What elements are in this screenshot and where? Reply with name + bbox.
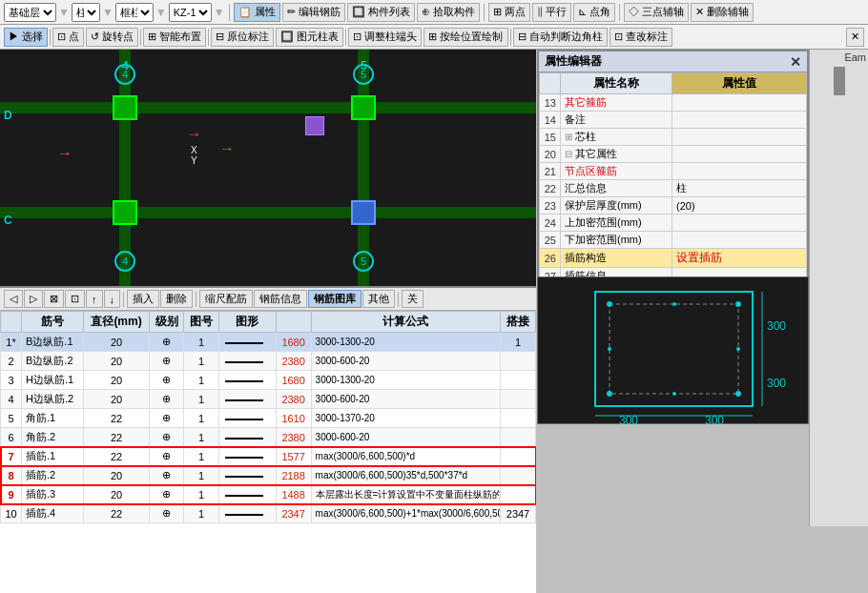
prop-name-cell[interactable]: 下加密范围(mm) (561, 232, 672, 249)
formula-cell[interactable]: max(3000/6,600,500)+1*max(3000/6,600,500… (311, 504, 500, 523)
prop-value-cell[interactable] (672, 163, 807, 180)
lap-cell[interactable] (501, 485, 536, 504)
attr-btn[interactable]: 📋 📋 属性属性 (234, 3, 280, 22)
grade-cell[interactable]: ⊕ (149, 428, 183, 447)
prop-name-cell[interactable]: 其它箍筋 (561, 94, 672, 112)
table-row[interactable]: 1* B边纵筋.1 20 ⊕ 1 1680 3000-1300-20 1 (1, 333, 536, 352)
element-column-table-btn[interactable]: 🔲 图元柱表 (276, 28, 343, 47)
prop-name-cell[interactable]: 插筋构造 (561, 249, 672, 268)
diameter-cell[interactable]: 20 (84, 390, 150, 409)
rebar-name-cell[interactable]: 插筋.4 (22, 504, 84, 523)
length-cell[interactable]: 2380 (276, 428, 311, 447)
diameter-cell[interactable]: 20 (84, 352, 150, 371)
rotate-point-btn[interactable]: ↺ 旋转点 (86, 28, 138, 47)
lap-cell[interactable] (501, 352, 536, 371)
prop-name-cell[interactable]: ⊟ 其它属性 (561, 146, 672, 163)
nav-first-btn[interactable]: ⊠ (44, 290, 64, 308)
rebar-name-cell[interactable]: 角筋.1 (22, 409, 84, 428)
grade-cell[interactable]: ⊕ (149, 504, 183, 523)
edit-rebar-btn[interactable]: ✏ 编辑钢筋 (282, 3, 345, 22)
lap-cell[interactable] (501, 390, 536, 409)
fignum-cell[interactable]: 1 (184, 333, 218, 352)
type-select[interactable]: 框柱 (115, 3, 154, 22)
move-up-btn[interactable]: ↑ (86, 290, 103, 308)
diameter-cell[interactable]: 22 (84, 504, 150, 523)
grade-cell[interactable]: ⊕ (149, 466, 183, 485)
lap-cell[interactable] (501, 447, 536, 466)
table-row[interactable]: 4 H边纵筋.2 20 ⊕ 1 2380 3000-600-20 (1, 390, 536, 409)
component-list-btn[interactable]: 🔲 构件列表 (347, 3, 415, 22)
draw-by-position-btn[interactable]: ⊞ 按绘位置绘制 (424, 28, 507, 47)
lap-cell[interactable] (501, 409, 536, 428)
prop-name-cell[interactable]: ⊞ 芯柱 (561, 129, 672, 146)
in-place-annotation-btn[interactable]: ⊟ 原位标注 (211, 28, 274, 47)
rebar-table-scroll[interactable]: 筋号 直径(mm) 级别 图号 图形 计算公式 搭接 1* B边纵筋.1 20 … (0, 311, 536, 593)
scroll-thumb[interactable] (834, 67, 845, 95)
instance-select[interactable]: KZ-1 (169, 3, 212, 22)
close-table-btn[interactable]: 关 (402, 290, 424, 308)
close-panel-btn[interactable]: ✕ (790, 54, 801, 70)
lap-cell[interactable]: 1 (501, 333, 536, 352)
table-row[interactable]: 5 角筋.1 22 ⊕ 1 1610 3000-1370-20 (1, 409, 536, 428)
nav-prev-btn[interactable]: ◁ (4, 290, 23, 308)
check-annotation-btn[interactable]: ⊡ 查改标注 (610, 28, 672, 47)
move-down-btn[interactable]: ↓ (104, 290, 121, 308)
formula-cell[interactable]: 3000-1300-20 (311, 371, 500, 390)
adjust-column-head-btn[interactable]: ⊡ 调整柱端头 (348, 28, 422, 47)
lap-cell[interactable] (501, 371, 536, 390)
prop-value-cell[interactable] (672, 112, 807, 129)
fignum-cell[interactable]: 1 (184, 409, 218, 428)
fignum-cell[interactable]: 1 (184, 485, 218, 504)
prop-value-cell[interactable]: (20) (672, 197, 807, 215)
formula-cell[interactable]: max(3000/6,600,500)*d (311, 447, 500, 466)
formula-cell[interactable]: 3000-600-20 (311, 352, 500, 371)
length-cell[interactable]: 1577 (276, 447, 311, 466)
prop-value-cell[interactable] (672, 215, 807, 232)
prop-value-cell[interactable]: 柱 (672, 180, 807, 197)
prop-name-cell[interactable]: 保护层厚度(mm) (561, 197, 672, 215)
diameter-cell[interactable]: 22 (84, 409, 150, 428)
length-cell[interactable]: 1488 (276, 485, 311, 504)
rebar-name-cell[interactable]: 插筋.1 (22, 447, 84, 466)
rebar-name-cell[interactable]: 插筋.2 (22, 466, 84, 485)
insert-btn[interactable]: 插入 (127, 290, 159, 308)
grade-cell[interactable]: ⊕ (149, 447, 183, 466)
three-point-btn[interactable]: ◇ 三点辅轴 (624, 3, 689, 22)
prop-name-cell[interactable]: 节点区箍筋 (561, 163, 672, 180)
rebar-name-cell[interactable]: H边纵筋.2 (22, 390, 84, 409)
length-cell[interactable]: 1610 (276, 409, 311, 428)
fignum-cell[interactable]: 1 (184, 428, 218, 447)
length-cell[interactable]: 1680 (276, 371, 311, 390)
parallel-btn[interactable]: ∥ 平行 (532, 3, 571, 22)
delete-btn[interactable]: 删除 (160, 290, 193, 308)
grade-cell[interactable]: ⊕ (149, 485, 183, 504)
prop-name-cell[interactable]: 备注 (561, 112, 672, 129)
select-btn[interactable]: ▶ 选择 (4, 28, 48, 47)
diameter-cell[interactable]: 22 (84, 447, 150, 466)
point-angle-btn[interactable]: ⊾ 点角 (573, 3, 615, 22)
length-cell[interactable]: 1680 (276, 333, 311, 352)
diameter-cell[interactable]: 22 (84, 428, 150, 447)
delete-aux-btn[interactable]: ✕ 删除辅轴 (691, 3, 754, 22)
auto-judge-corner-btn[interactable]: ⊟ 自动判断边角柱 (513, 28, 608, 47)
lap-cell[interactable] (501, 428, 536, 447)
table-row[interactable]: 7 插筋.1 22 ⊕ 1 1577 max(3000/6,600,500)*d (1, 447, 536, 466)
prop-name-cell[interactable]: 汇总信息 (561, 180, 672, 197)
length-cell[interactable]: 2380 (276, 352, 311, 371)
rebar-name-cell[interactable]: 角筋.2 (22, 428, 84, 447)
lap-cell[interactable]: 2347 (501, 504, 536, 523)
nav-next-btn[interactable]: ▷ (24, 290, 43, 308)
point-btn[interactable]: ⊡ 点 (52, 28, 84, 47)
two-point-btn[interactable]: ⊞ 两点 (488, 3, 530, 22)
grade-cell[interactable]: ⊕ (149, 371, 183, 390)
nav-last-btn[interactable]: ⊡ (65, 290, 85, 308)
fignum-cell[interactable]: 1 (184, 466, 218, 485)
fignum-cell[interactable]: 1 (184, 371, 218, 390)
smart-arrange-btn[interactable]: ⊞ 智能布置 (143, 28, 206, 47)
fignum-cell[interactable]: 1 (184, 504, 218, 523)
close-toolbar-btn[interactable]: ✕ (846, 28, 864, 47)
rebar-name-cell[interactable]: H边纵筋.1 (22, 371, 84, 390)
table-row[interactable]: 2 B边纵筋.2 20 ⊕ 1 2380 3000-600-20 (1, 352, 536, 371)
length-cell[interactable]: 2380 (276, 390, 311, 409)
table-row[interactable]: 8 插筋.2 20 ⊕ 1 2188 max(3000/6,600,500)35… (1, 466, 536, 485)
